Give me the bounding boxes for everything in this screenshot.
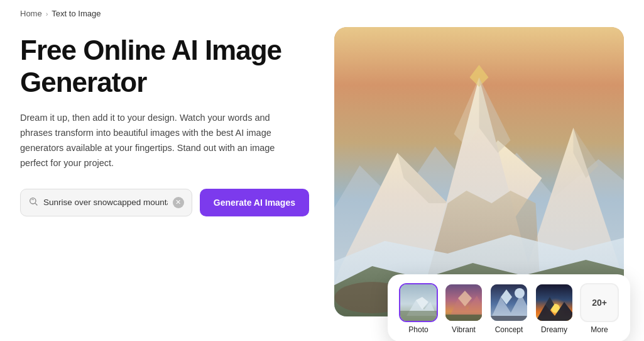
svg-point-0 bbox=[30, 198, 36, 204]
svg-rect-29 bbox=[491, 316, 527, 321]
style-panel: Photo bbox=[388, 274, 630, 341]
search-input-wrapper: ✕ bbox=[20, 189, 192, 216]
search-icon bbox=[28, 196, 38, 209]
style-item-concept[interactable]: Concept bbox=[489, 283, 528, 334]
svg-rect-24 bbox=[445, 315, 482, 321]
style-label-more: More bbox=[591, 325, 608, 334]
breadcrumb: Home › Text to Image bbox=[0, 0, 644, 27]
main-layout: Free Online AI Image Generator Dream it … bbox=[0, 27, 644, 338]
generate-button[interactable]: Generate AI Images bbox=[200, 189, 309, 216]
breadcrumb-separator: › bbox=[46, 10, 48, 18]
breadcrumb-home[interactable]: Home bbox=[20, 9, 42, 18]
breadcrumb-current: Text to Image bbox=[52, 9, 101, 18]
style-thumb-concept bbox=[489, 283, 528, 322]
more-button[interactable]: 20+ bbox=[580, 283, 619, 322]
style-label-dreamy: Dreamy bbox=[541, 325, 567, 334]
page-title: Free Online AI Image Generator bbox=[20, 35, 309, 98]
style-label-vibrant: Vibrant bbox=[452, 325, 476, 334]
hero-image bbox=[334, 27, 624, 316]
style-thumb-vibrant bbox=[444, 283, 483, 322]
svg-line-1 bbox=[35, 203, 37, 205]
style-item-more[interactable]: 20+ More bbox=[580, 283, 619, 334]
left-panel: Free Online AI Image Generator Dream it … bbox=[20, 27, 309, 216]
svg-rect-20 bbox=[400, 311, 437, 321]
style-item-photo[interactable]: Photo bbox=[399, 283, 438, 334]
style-label-concept: Concept bbox=[495, 325, 523, 334]
style-thumb-dreamy bbox=[535, 283, 574, 322]
style-items: Photo bbox=[399, 283, 619, 334]
style-item-vibrant[interactable]: Vibrant bbox=[444, 283, 483, 334]
style-thumb-photo bbox=[399, 283, 438, 322]
right-panel: Photo bbox=[334, 27, 624, 335]
hero-description: Dream it up, then add it to your design.… bbox=[20, 111, 290, 171]
prompt-input[interactable] bbox=[43, 198, 168, 207]
style-item-dreamy[interactable]: Dreamy bbox=[535, 283, 574, 334]
style-label-photo: Photo bbox=[408, 325, 428, 334]
input-row: ✕ Generate AI Images bbox=[20, 189, 309, 216]
clear-input-button[interactable]: ✕ bbox=[173, 197, 184, 208]
